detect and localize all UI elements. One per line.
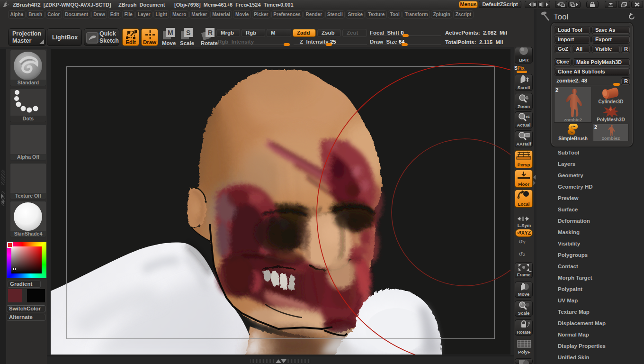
svg-text:S: S (186, 29, 190, 36)
svg-text:R: R (208, 29, 213, 36)
svg-text:M: M (168, 29, 173, 36)
svg-text:G: G (517, 196, 520, 199)
svg-text:x1: x1 (526, 115, 530, 119)
